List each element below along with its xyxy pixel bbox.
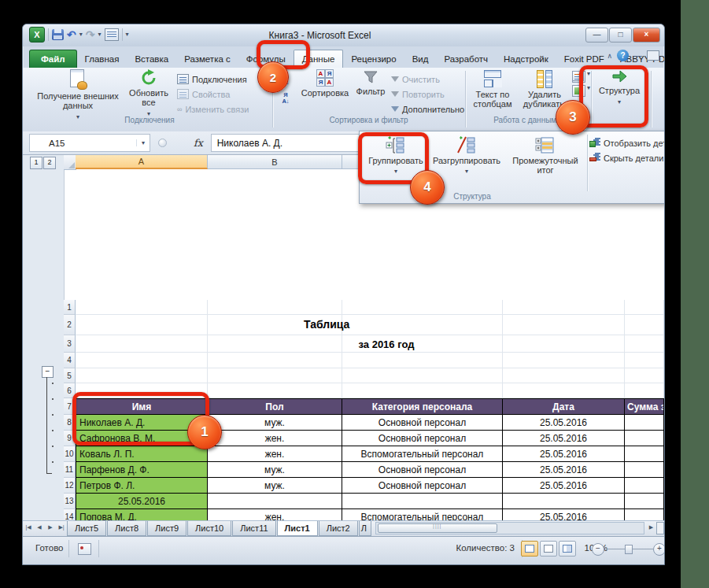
- show-detail-item[interactable]: Отобразить детали: [589, 138, 665, 148]
- collapse-group-button[interactable]: −: [42, 366, 54, 378]
- cell-A14[interactable]: Попова М. Д.: [76, 509, 208, 520]
- text-to-columns-button[interactable]: Текст по столбцам: [468, 69, 517, 109]
- cell-C4[interactable]: [342, 353, 503, 368]
- cell-B11[interactable]: муж.: [208, 462, 342, 478]
- cell-B10[interactable]: жен.: [208, 446, 342, 462]
- cell-C11[interactable]: Основной персонал: [342, 462, 503, 478]
- row-header-4[interactable]: 4: [64, 353, 76, 368]
- cell-A11[interactable]: Парфенов Д. Ф.: [76, 462, 208, 478]
- cell-E3[interactable]: [625, 335, 664, 353]
- cell-C6[interactable]: [342, 383, 503, 398]
- cell-E6[interactable]: [625, 383, 664, 398]
- zoom-out-button[interactable]: −: [592, 543, 604, 556]
- cell-C2[interactable]: [342, 315, 503, 335]
- properties-item[interactable]: Свойства: [177, 87, 249, 102]
- normal-view-button[interactable]: [521, 541, 538, 557]
- sheet-tab-лист8[interactable]: Лист8: [107, 521, 146, 536]
- table-preview-icon[interactable]: [105, 28, 119, 41]
- first-sheet-icon[interactable]: |◀: [23, 521, 34, 534]
- outline-level-1-button[interactable]: 1: [30, 157, 42, 169]
- sheet-tab-лист1[interactable]: Лист1: [277, 521, 318, 536]
- cell-C10[interactable]: Вспомогательный персонал: [342, 446, 503, 462]
- sort-za-button[interactable]: ЯА↓: [276, 91, 295, 106]
- cell-C9[interactable]: Основной персонал: [342, 431, 503, 446]
- last-sheet-icon[interactable]: ▶|: [56, 521, 67, 534]
- advanced-item[interactable]: Дополнительно: [391, 102, 464, 116]
- row-header-3[interactable]: 3: [64, 335, 76, 353]
- cell-C14[interactable]: Вспомогательный персонал: [342, 509, 503, 520]
- workbook-minimize-icon[interactable]: —: [633, 51, 642, 60]
- cell-D12[interactable]: 25.05.2016: [503, 478, 625, 494]
- formula-bar-button[interactable]: [158, 139, 167, 147]
- cell-C7[interactable]: Категория персонала: [342, 398, 503, 415]
- save-icon[interactable]: [52, 29, 64, 40]
- cell-B13[interactable]: [208, 494, 342, 509]
- prev-sheet-icon[interactable]: ◀: [34, 521, 45, 534]
- redo-icon[interactable]: ↷: [86, 29, 95, 40]
- hide-detail-item[interactable]: Скрыть детали: [589, 153, 665, 163]
- reapply-item[interactable]: Повторить: [391, 87, 464, 102]
- cell-E11[interactable]: [625, 462, 664, 478]
- cell-B8[interactable]: муж.: [208, 415, 342, 431]
- ribbon-tab-файл[interactable]: Файл: [29, 50, 77, 68]
- cell-D10[interactable]: 25.05.2016: [503, 446, 625, 462]
- sort-button[interactable]: АЯЯА Сортировка: [300, 69, 350, 98]
- cell-B5[interactable]: [208, 368, 342, 383]
- macro-record-icon[interactable]: [78, 543, 91, 555]
- ribbon-tab-надстройк[interactable]: Надстройк: [496, 50, 556, 68]
- sheet-tab-лист11[interactable]: Лист11: [232, 521, 275, 536]
- cell-D4[interactable]: [503, 353, 625, 368]
- cell-A4[interactable]: [76, 353, 208, 368]
- cell-D6[interactable]: [503, 383, 625, 398]
- row-header-10[interactable]: 10: [64, 446, 76, 462]
- cell-A1[interactable]: [76, 300, 208, 315]
- cell-D2[interactable]: [503, 315, 625, 335]
- undo-icon[interactable]: ↶: [67, 29, 76, 40]
- filter-button[interactable]: Фильтр: [353, 69, 388, 96]
- page-layout-view-button[interactable]: [540, 541, 557, 557]
- cell-B4[interactable]: [208, 353, 342, 368]
- cell-B9[interactable]: жен.: [208, 431, 342, 446]
- refresh-all-button[interactable]: Обновить все: [125, 69, 172, 119]
- ribbon-tab-вставка[interactable]: Вставка: [127, 50, 176, 68]
- column-header-B[interactable]: B: [208, 155, 342, 169]
- row-header-5[interactable]: 5: [64, 368, 76, 383]
- cell-D3[interactable]: [503, 335, 625, 353]
- cell-E2[interactable]: [625, 315, 664, 335]
- row-header-12[interactable]: 12: [64, 478, 76, 494]
- ribbon-tab-разработч[interactable]: Разработч: [436, 50, 496, 68]
- sheet-tab-лист2[interactable]: Лист2: [319, 521, 358, 536]
- ungroup-button[interactable]: Разгруппировать: [430, 135, 504, 176]
- edit-links-item[interactable]: ∞ Изменить связи: [177, 102, 249, 116]
- sheet-tab-лист5[interactable]: Лист5: [67, 521, 106, 536]
- cell-E1[interactable]: [625, 300, 664, 315]
- cell-A12[interactable]: Петров Ф. Л.: [76, 478, 208, 494]
- cell-A10[interactable]: Коваль Л. П.: [76, 446, 208, 462]
- select-all-corner[interactable]: [64, 155, 76, 170]
- cell-A2[interactable]: [76, 315, 208, 335]
- row-header-14[interactable]: 14: [64, 509, 76, 520]
- cell-D8[interactable]: 25.05.2016: [503, 415, 625, 431]
- cell-E7[interactable]: Сумма за: [625, 398, 664, 415]
- cell-D13[interactable]: [503, 494, 625, 509]
- cell-A3[interactable]: [76, 335, 208, 353]
- cell-C13[interactable]: [342, 494, 503, 509]
- name-box[interactable]: A15 ▾: [29, 134, 150, 152]
- ribbon-tab-вид[interactable]: Вид: [404, 50, 437, 68]
- cell-B6[interactable]: [208, 383, 342, 398]
- collapse-ribbon-icon[interactable]: ∧: [607, 52, 612, 60]
- cell-B3[interactable]: [208, 335, 342, 353]
- undo-dropdown-icon[interactable]: ▾: [79, 31, 83, 38]
- row-header-13[interactable]: 13: [64, 494, 76, 509]
- cell-C12[interactable]: Основной персонал: [342, 478, 503, 494]
- cell-C8[interactable]: Основной персонал: [342, 415, 503, 431]
- cell-B12[interactable]: муж.: [208, 478, 342, 494]
- get-external-data-button[interactable]: Получение внешних данных: [34, 69, 122, 122]
- ribbon-tab-рецензиро[interactable]: Рецензиро: [343, 50, 404, 68]
- cell-D9[interactable]: 25.05.2016: [503, 431, 625, 446]
- outline-level-2-button[interactable]: 2: [43, 157, 56, 169]
- cell-B14[interactable]: жен.: [208, 509, 342, 520]
- cell-E8[interactable]: [625, 415, 664, 431]
- row-header-1[interactable]: 1: [64, 300, 76, 315]
- cell-E10[interactable]: [625, 446, 664, 462]
